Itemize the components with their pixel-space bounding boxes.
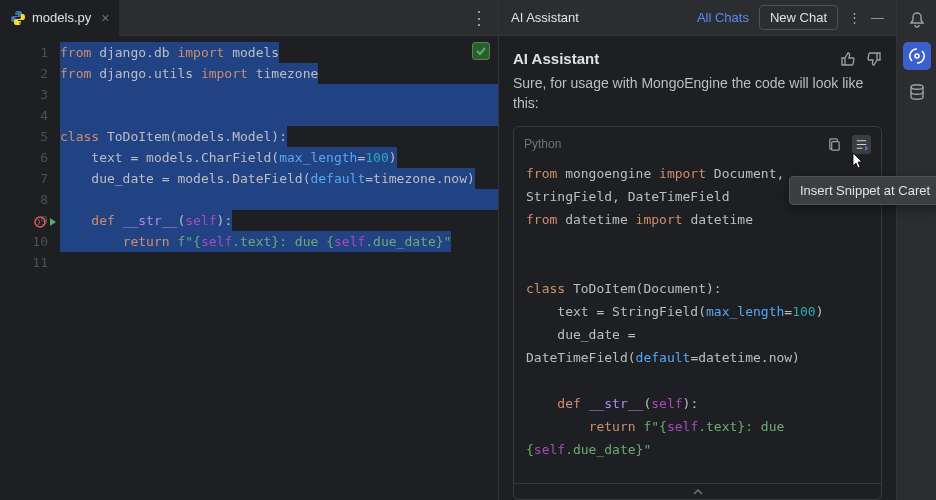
line-number: 4 <box>0 105 48 126</box>
new-chat-button[interactable]: New Chat <box>759 5 838 30</box>
code-editor[interactable]: 1 2 3 4 5 6 7 8 9 10 11 from django.db i… <box>0 36 498 500</box>
message-body: Sure, for usage with MongoEngine the cod… <box>513 73 882 114</box>
copy-snippet-icon[interactable] <box>827 137 842 152</box>
line-number: 3 <box>0 84 48 105</box>
line-gutter: 1 2 3 4 5 6 7 8 9 10 11 <box>0 36 60 500</box>
line-number: 1 <box>0 42 48 63</box>
code-area[interactable]: from django.db import models from django… <box>60 36 498 500</box>
tab-title: models.py <box>32 10 91 25</box>
assistant-menu-icon[interactable]: ⋮ <box>848 10 861 25</box>
snippet-language-label: Python <box>524 137 561 151</box>
insert-snippet-icon[interactable] <box>852 135 871 154</box>
run-gutter-icon[interactable] <box>34 211 58 232</box>
thumbs-down-icon[interactable] <box>866 51 882 67</box>
right-tool-strip <box>896 0 936 500</box>
ai-assistant-pane: AI Assistant All Chats New Chat ⋮ — AI A… <box>498 0 896 500</box>
line-number: 7 <box>0 168 48 189</box>
svg-rect-1 <box>832 141 840 149</box>
line-number: 5 <box>0 126 48 147</box>
tab-bar: models.py × ⋮ <box>0 0 498 36</box>
line-number: 6 <box>0 147 48 168</box>
line-number: 10 <box>0 231 48 252</box>
assistant-title: AI Assistant <box>511 10 579 25</box>
expand-snippet-icon[interactable] <box>514 483 881 499</box>
line-number: 11 <box>0 252 48 273</box>
snippet-code[interactable]: from mongoengine import Document, String… <box>514 162 881 483</box>
all-chats-link[interactable]: All Chats <box>697 10 749 25</box>
line-number: 8 <box>0 189 48 210</box>
svg-point-2 <box>915 54 919 58</box>
close-tab-icon[interactable]: × <box>101 10 109 26</box>
svg-point-3 <box>911 85 923 89</box>
tab-models-py[interactable]: models.py × <box>0 0 119 36</box>
inspection-ok-icon[interactable] <box>472 42 490 60</box>
editor-pane: models.py × ⋮ 1 2 3 4 5 6 7 8 9 10 11 fr… <box>0 0 498 500</box>
message-title: AI Assistant <box>513 50 599 67</box>
notifications-icon[interactable] <box>903 6 931 34</box>
ai-assistant-tool-icon[interactable] <box>903 42 931 70</box>
thumbs-up-icon[interactable] <box>840 51 856 67</box>
tab-overflow-icon[interactable]: ⋮ <box>470 7 488 29</box>
tooltip: Insert Snippet at Caret <box>789 176 936 205</box>
assistant-header: AI Assistant All Chats New Chat ⋮ — <box>499 0 896 36</box>
python-file-icon <box>10 10 26 26</box>
line-number: 2 <box>0 63 48 84</box>
minimize-icon[interactable]: — <box>871 10 884 25</box>
database-tool-icon[interactable] <box>903 78 931 106</box>
